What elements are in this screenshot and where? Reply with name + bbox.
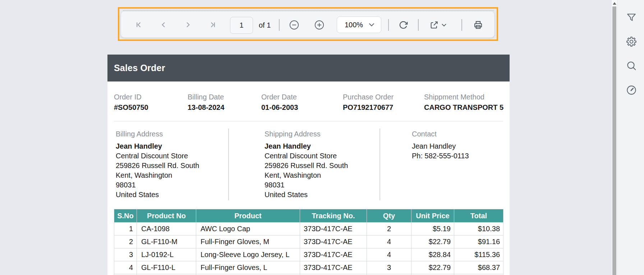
billing-address-block: Billing Address Jean Handley Central Dis… [116,130,199,200]
field-label: Order ID [114,92,148,102]
items-table: S.NoProduct NoProductTracking No.QtyUnit… [114,209,503,275]
document-title: Sales Order [114,55,165,81]
table-cell: $115.36 [454,248,503,261]
vertical-scrollbar[interactable] [611,0,617,275]
table-row: 1CA-1098AWC Logo Cap373D-417C-AE2$5.19$1… [114,223,503,236]
contact-line: Ph: 582-555-0113 [412,151,469,161]
first-page-icon [134,20,143,29]
table-cell: 4 [367,248,411,261]
billing-name: Jean Handley [116,141,199,151]
share-chevron-down-icon [442,24,446,27]
table-cell: $5.19 [411,223,454,236]
table-cell: 373D-417C-AE [300,248,367,261]
toolbar-divider [388,19,389,31]
search-button[interactable] [626,60,637,71]
print-button[interactable] [473,20,483,30]
field-value: #SO50750 [114,102,148,113]
toolbar-divider [461,19,462,31]
zoom-level-value: 100% [345,21,363,29]
order-field: Order Date 01-06-2003 [261,92,298,113]
previous-page-button[interactable] [159,20,168,29]
billing-line: Kent, Washington [116,171,199,180]
column-header: S.No [114,209,137,223]
billing-line: United States [116,190,199,200]
first-page-button[interactable] [134,20,143,29]
table-cell: $22.79 [411,261,454,274]
share-icon [429,20,439,30]
pdf-toolbar: of 1 100% [121,11,494,38]
toolbar-focus-outline [123,10,494,11]
items-table-header: S.NoProduct NoProductTracking No.QtyUnit… [114,209,503,223]
shipping-line: 259826 Russell Rd. South [264,161,348,171]
table-row: 4GL-F110-LFull-Finger Gloves, L373D-417C… [114,261,503,274]
items-table-body: 1CA-1098AWC Logo Cap373D-417C-AE2$5.19$1… [114,223,503,275]
last-page-button[interactable] [208,20,217,29]
zoom-out-icon [289,20,299,30]
zoom-in-icon [314,20,324,30]
page-number-input[interactable] [230,17,253,34]
contact-line: Jean Handley [412,141,469,151]
refresh-button[interactable] [399,20,408,30]
table-cell: Long-Sleeve Logo Jersey, L [196,248,300,261]
filter-icon [626,12,637,23]
table-cell: GL-F110-M [137,236,196,248]
billing-line: Central Discount Store [116,151,199,161]
table-cell: $91.16 [454,236,503,248]
column-header: Product [196,209,300,223]
field-label: Shippment Method [424,92,503,102]
table-cell: Full-Finger Gloves, M [196,236,300,248]
next-page-button[interactable] [184,20,192,29]
column-header: Tracking No. [300,209,367,223]
zoom-level-dropdown[interactable]: 100% [337,17,381,33]
filter-button[interactable] [626,12,637,23]
share-button[interactable] [429,20,448,30]
billing-line: 98031 [116,180,199,190]
shipping-line: 98031 [264,180,348,190]
table-cell: $28.84 [411,248,454,261]
table-cell: 373D-417C-AE [300,223,367,236]
column-header: Product No [137,209,196,223]
table-cell: Full-Finger Gloves, L [196,261,300,274]
order-field: Shippment Method CARGO TRANSPORT 5 [424,92,503,113]
contact-label: Contact [412,130,469,138]
shipping-line: United States [264,190,348,200]
right-sidebar [617,0,644,275]
field-value: CARGO TRANSPORT 5 [424,102,503,113]
table-cell: LJ-0192-L [137,248,196,261]
order-field: Purchase Order PO7192170677 [343,92,394,113]
table-cell: 1 [114,223,137,236]
shipping-address-block: Shipping Address Jean Handley Central Di… [264,130,348,200]
document-page: Sales Order Order ID #SO50750 Billing Da… [107,55,510,275]
column-header: Total [454,209,503,223]
performance-button[interactable] [626,85,637,95]
section-divider [114,121,503,121]
table-cell: 4 [114,261,137,274]
field-label: Billing Date [188,92,224,102]
field-value: 01-06-2003 [261,102,298,113]
toolbar-divider [279,19,280,31]
scrollbar-thumb[interactable] [612,6,616,275]
address-divider [380,129,380,200]
settings-button[interactable] [626,36,637,47]
table-cell: 4 [367,236,411,248]
last-page-icon [208,20,217,29]
table-cell: CA-1098 [137,223,196,236]
table-cell: GL-F110-L [137,261,196,274]
zoom-in-button[interactable] [314,20,324,30]
table-cell: 3 [114,248,137,261]
field-label: Purchase Order [343,92,394,102]
table-cell: AWC Logo Cap [196,223,300,236]
next-page-icon [184,20,192,29]
table-row: 3LJ-0192-LLong-Sleeve Logo Jersey, L373D… [114,248,503,261]
shipping-line: Central Discount Store [264,151,348,161]
toolbar-divider [418,19,419,31]
billing-address-label: Billing Address [116,130,199,138]
address-divider [228,129,229,200]
shipping-name: Jean Handley [264,141,348,151]
table-cell: $68.37 [454,261,503,274]
search-icon [626,60,637,71]
document-title-bar: Sales Order [107,55,510,81]
print-icon [473,20,483,30]
zoom-out-button[interactable] [289,20,299,30]
scrollbar-up-arrow[interactable] [613,2,616,5]
